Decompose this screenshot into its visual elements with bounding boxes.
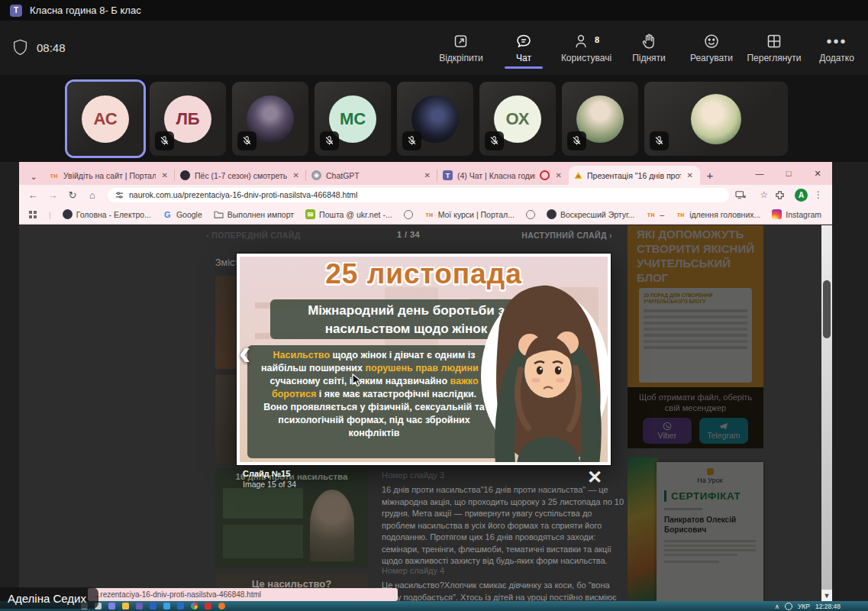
taskbar-teams-icon[interactable] <box>108 603 115 609</box>
ad-card-title: 10 ПОРАД ДЛЯ СТВОРЕННЯ УЧИТЕЛЬСЬКОГО БЛО… <box>644 293 747 305</box>
bookmark-item[interactable] <box>404 210 413 219</box>
certificate-card: На Урок СЕРТИФІКАТ Панкратов Олексій Бор… <box>657 462 763 602</box>
tab-close-icon[interactable]: ✕ <box>423 171 432 179</box>
viber-button[interactable]: Viber <box>643 418 692 444</box>
home-button[interactable]: ⌂ <box>83 189 102 201</box>
reload-button[interactable]: ↻ <box>63 189 82 201</box>
avatar-photo <box>691 94 741 144</box>
ad-headline: ЯКІ ДОПОМОЖУТЬ СТВОРИТИ ЯКІСНИЙ УЧИТЕЛЬС… <box>628 225 763 285</box>
browser-tab-4[interactable]: T (4) Чат | Класна година 8- ✕ <box>437 166 569 185</box>
site-settings-icon[interactable] <box>115 191 124 199</box>
browser-tab-3[interactable]: ✳ ChatGPT ✕ <box>306 166 437 185</box>
url-text: naurok.com.ua/prezentaciya-16-dniv-proti… <box>129 190 357 199</box>
tray-clock[interactable]: 12:28:48 <box>815 603 841 610</box>
browser-tab-5-active[interactable]: Презентація "16 днів проти н ✕ <box>569 166 700 185</box>
toolbar-chat[interactable]: Чат <box>492 27 555 63</box>
blog-ad[interactable]: ЯКІ ДОПОМОЖУТЬ СТВОРИТИ ЯКІСНИЙ УЧИТЕЛЬС… <box>628 225 763 448</box>
more-dots-icon: ••• <box>805 27 868 50</box>
bookmark-item[interactable]: тнідлення головних... <box>676 209 760 219</box>
section-text: 16 днів проти насильства"16 днів проти н… <box>382 484 628 567</box>
browser-tab-1[interactable]: тн Увійдіть на сайт | Портал дист ✕ <box>44 166 175 185</box>
scrollbar-down-arrow[interactable]: ▼ <box>821 590 832 602</box>
recording-indicator-icon <box>540 170 550 180</box>
site-icon <box>547 209 557 219</box>
apps-grid-icon[interactable] <box>28 210 37 219</box>
tab-close-icon[interactable]: ✕ <box>160 171 169 179</box>
bookmark-item[interactable]: тнМої курси | Портал... <box>424 209 515 219</box>
participant-tile-4[interactable]: МС <box>315 82 391 156</box>
toolbar-items: Відкріпити Чат 8 Користувачі Підняти Реа… <box>430 27 868 63</box>
teams-tab-icon: T <box>443 170 453 180</box>
browser-nav-bar: ← → ↻ ⌂ naurok.com.ua/prezentaciya-16-dn… <box>19 185 832 205</box>
bookmark-item[interactable]: GGoogle <box>163 209 202 219</box>
taskbar-app-icon[interactable] <box>136 603 143 609</box>
extensions-puzzle-icon[interactable] <box>775 190 793 200</box>
tab-search-chevron-icon[interactable]: ⌄ <box>27 172 40 182</box>
window-controls: — □ ✕ <box>745 162 832 185</box>
tab-close-icon[interactable]: ✕ <box>686 171 695 179</box>
cert-title: СЕРТИФІКАТ <box>664 490 756 502</box>
bookmark-item[interactable]: Головна - Електро... <box>63 209 151 219</box>
grid-view-icon <box>743 27 805 50</box>
close-button[interactable]: ✕ <box>803 169 832 179</box>
taskbar-folder-icon[interactable] <box>122 603 129 609</box>
bookmark-star-icon[interactable]: ☆ <box>755 189 773 200</box>
bookmark-item[interactable]: Instagram <box>772 209 821 219</box>
tray-chevron-icon[interactable]: ∧ <box>775 603 779 610</box>
browser-tab-bar: ⌄ тн Увійдіть на сайт | Портал дист ✕ Пё… <box>19 162 832 185</box>
bookmark-item[interactable] <box>526 210 535 219</box>
prev-slide-link[interactable]: ‹ ПОПЕРЕДНІЙ СЛАЙД <box>206 231 301 240</box>
participant-tile-7[interactable] <box>562 82 638 156</box>
lightbox-caption-subtitle: Image 15 of 34 <box>243 480 296 489</box>
bookmark-item[interactable]: Воскресший Эртуг... <box>547 209 634 219</box>
scrollbar-thumb[interactable] <box>823 280 831 338</box>
profile-avatar[interactable]: A <box>795 189 808 202</box>
lightbox-prev-arrow[interactable]: ‹ <box>239 337 250 367</box>
telegram-button[interactable]: Telegram <box>699 418 748 444</box>
tab-close-icon[interactable]: ✕ <box>292 171 301 179</box>
naurok-icon: тн <box>646 209 656 219</box>
taskbar-word-icon[interactable] <box>150 603 156 609</box>
thumb-textblock <box>223 488 303 519</box>
new-tab-button[interactable]: + <box>700 169 720 182</box>
system-tray[interactable]: ∧ УКР 12:28:48 <box>775 603 868 610</box>
ad-poster-edge <box>628 457 658 602</box>
telegram-plane-icon <box>719 422 728 431</box>
participant-tile-5[interactable] <box>397 82 473 156</box>
bookmark-item[interactable]: Выполнен импорт <box>214 210 294 219</box>
lightbox-close-icon[interactable]: ✕ <box>587 467 602 488</box>
toolbar-react[interactable]: Реагувати <box>680 27 743 63</box>
naurok-icon: тн <box>676 209 686 219</box>
lightbox-slide-image[interactable]: 25 листопада Міжнародний день боротьби з… <box>237 254 611 465</box>
participant-tile-2[interactable]: ЛБ <box>150 82 226 156</box>
participant-tile-3[interactable] <box>232 82 308 156</box>
participant-tile-8[interactable] <box>644 82 788 156</box>
next-slide-link[interactable]: НАСТУПНИЙ СЛАЙД › <box>521 231 612 240</box>
tray-language[interactable]: УКР <box>798 603 810 610</box>
toolbar-participants[interactable]: 8 Користувачі <box>555 27 618 63</box>
taskbar-chrome-icon[interactable] <box>191 603 198 609</box>
toolbar-raise-hand[interactable]: Підняти <box>618 27 680 63</box>
toolbar-unpin[interactable]: Відкріпити <box>430 27 492 63</box>
tab-close-icon[interactable]: ✕ <box>554 171 563 179</box>
minimize-button[interactable]: — <box>745 169 774 178</box>
bookmark-item[interactable]: ✉Пошта @ ukr.net -... <box>305 209 392 219</box>
toolbar-view[interactable]: Переглянути <box>743 27 805 63</box>
browser-menu-icon[interactable]: ⋮ <box>809 189 828 200</box>
taskbar-app-icon[interactable] <box>218 603 225 609</box>
bookmark-item[interactable]: тн– <box>646 209 664 219</box>
participant-tile-1[interactable]: АС <box>67 82 144 156</box>
address-bar[interactable]: naurok.com.ua/prezentaciya-16-dniv-proti… <box>108 188 729 202</box>
browser-tab-2[interactable]: Пёс (1-7 сезон) смотреть онла ✕ <box>175 166 306 185</box>
send-to-device-icon[interactable] <box>735 190 753 199</box>
forward-button[interactable]: → <box>44 189 62 201</box>
page-scrollbar[interactable]: ▼ <box>821 225 832 602</box>
taskbar-app-icon[interactable] <box>205 603 211 609</box>
maximize-button[interactable]: □ <box>774 169 803 178</box>
participant-tile-6[interactable]: ОХ <box>479 82 556 156</box>
taskbar-app-icon[interactable] <box>177 603 184 609</box>
back-button[interactable]: ← <box>24 189 42 201</box>
toolbar-more[interactable]: ••• Додатко <box>805 27 868 63</box>
certificate-ad[interactable]: На Урок СЕРТИФІКАТ Панкратов Олексій Бор… <box>628 457 763 602</box>
taskbar-app-icon[interactable] <box>163 603 170 609</box>
